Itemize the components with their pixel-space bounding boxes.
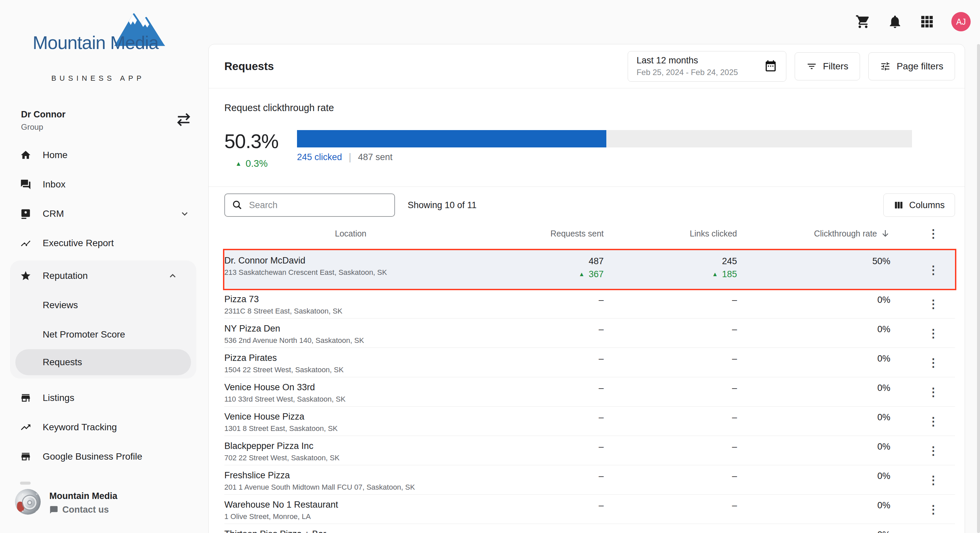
locations-table: Location Requests sent Links clicked Cli… <box>208 217 965 533</box>
cell-rate: 0% <box>737 289 890 318</box>
cell-sent: – <box>417 407 604 436</box>
location-name: Pizza 73 <box>224 294 417 305</box>
sidebar-item-keyword-tracking[interactable]: Keyword Tracking <box>0 413 208 442</box>
sidebar-item-crm[interactable]: CRM <box>0 199 208 228</box>
sidebar-item-net-promoter-score[interactable]: Net Promoter Score <box>10 320 196 349</box>
cell-rate: 0% <box>737 348 890 377</box>
sent-count-label: 487 sent <box>358 152 393 163</box>
delta-up-icon: ▲ <box>235 160 242 168</box>
table-row[interactable]: Pizza Pirates 1504 22 Street West, Saska… <box>224 348 955 377</box>
requests-sent-value: – <box>417 324 604 335</box>
row-menu-icon[interactable]: ⋮ <box>928 474 939 486</box>
date-range-value: Feb 25, 2024 - Feb 24, 2025 <box>637 68 738 77</box>
location-name: NY Pizza Den <box>224 324 417 334</box>
search-icon <box>232 199 243 211</box>
sidebar-nav: Home Inbox CRM Executive Report Reputati… <box>0 140 208 471</box>
star-icon <box>20 270 31 281</box>
columns-button[interactable]: Columns <box>883 193 955 217</box>
sidebar-item-google-business-profile[interactable]: Google Business Profile <box>0 442 208 471</box>
group-switcher: Dr Connor Group <box>21 109 192 132</box>
table-row[interactable]: Thirteen Pies Pizza + Bar – – 0% ⋮ <box>224 523 955 533</box>
clickthrough-rate-value: 0% <box>737 471 890 481</box>
clickthrough-rate-value: 0% <box>737 354 890 364</box>
cell-sent: – <box>417 348 604 377</box>
links-clicked-value: – <box>604 412 737 423</box>
table-row[interactable]: Venice House On 33rd 110 33rd Street Wes… <box>224 377 955 406</box>
column-header-location[interactable]: Location <box>224 229 417 238</box>
vertical-scrollbar[interactable] <box>977 44 980 533</box>
table-row[interactable]: Venice House Pizza 1301 8 Street East, S… <box>224 406 955 436</box>
user-avatar[interactable]: AJ <box>951 12 970 31</box>
switch-group-icon[interactable] <box>175 111 192 128</box>
sidebar-item-label: Google Business Profile <box>43 451 142 462</box>
row-menu-icon[interactable]: ⋮ <box>928 298 939 310</box>
table-row[interactable]: Dr. Connor McDavid 213 Saskatchewan Cres… <box>224 250 955 289</box>
contact-us-link[interactable]: Contact us <box>49 505 117 515</box>
row-menu-icon[interactable]: ⋮ <box>928 416 939 427</box>
table-row[interactable]: Freshslice Pizza 201 1 Avenue South Midt… <box>224 465 955 494</box>
sidebar-item-listings[interactable]: Listings <box>0 383 208 413</box>
table-row[interactable]: NY Pizza Den 536 2nd Avenue North 140, S… <box>224 318 955 348</box>
row-menu-icon[interactable]: ⋮ <box>928 504 939 515</box>
sidebar-item-requests[interactable]: Requests <box>15 349 191 375</box>
sidebar-item-reputation[interactable]: Reputation <box>10 261 196 290</box>
location-address: 702 22 Street West, Saskatoon, SK <box>224 453 417 462</box>
date-range-label: Last 12 months <box>637 55 738 66</box>
table-row[interactable]: Pizza 73 2311C 8 Street East, Saskatoon,… <box>224 289 955 318</box>
cell-rate: 0% <box>737 319 890 348</box>
clickthrough-rate-value: 0% <box>737 383 890 393</box>
row-menu-icon[interactable]: ⋮ <box>928 357 939 368</box>
cell-clicked: – <box>604 348 737 377</box>
sidebar-item-inbox[interactable]: Inbox <box>0 170 208 199</box>
calendar-icon <box>764 60 777 73</box>
date-range-picker[interactable]: Last 12 months Feb 25, 2024 - Feb 24, 20… <box>628 51 786 82</box>
cell-sent: – <box>417 465 604 494</box>
cell-sent: 487 ▲367 <box>417 251 604 289</box>
card-header: Requests Last 12 months Feb 25, 2024 - F… <box>208 45 965 88</box>
location-address: 2311C 8 Street East, Saskatoon, SK <box>224 307 417 316</box>
requests-sent-value: – <box>417 383 604 393</box>
legend-separator: | <box>348 152 352 163</box>
scrolled-item-indicator <box>20 482 31 485</box>
links-clicked-value: – <box>604 354 737 364</box>
requests-sent-value: – <box>417 442 604 452</box>
column-header-requests-sent[interactable]: Requests sent <box>417 229 604 238</box>
links-clicked-delta: ▲185 <box>604 269 737 279</box>
column-header-links-clicked[interactable]: Links clicked <box>604 229 737 238</box>
filters-button[interactable]: Filters <box>795 53 860 80</box>
cart-icon[interactable] <box>855 14 871 29</box>
requests-sent-value: – <box>417 471 604 481</box>
topbar: AJ <box>855 12 970 31</box>
chat-bubble-icon <box>49 505 58 514</box>
row-menu-icon[interactable]: ⋮ <box>928 445 939 456</box>
links-clicked-value: – <box>604 442 737 452</box>
page-filters-button[interactable]: Page filters <box>868 53 955 80</box>
links-clicked-value: 245 <box>604 256 737 266</box>
sidebar-item-label: Requests <box>43 357 82 367</box>
location-name: Blackpepper Pizza Inc <box>224 441 417 451</box>
row-menu-icon[interactable]: ⋮ <box>928 264 939 276</box>
table-row[interactable]: Blackpepper Pizza Inc 702 22 Street West… <box>224 436 955 465</box>
sidebar-item-home[interactable]: Home <box>0 140 208 170</box>
app: { "topbar": { "avatar_initials": "AJ" },… <box>0 0 980 533</box>
apps-grid-icon[interactable] <box>920 14 935 29</box>
clickthrough-rate-value: 0% <box>737 530 890 533</box>
cell-sent: – <box>417 524 604 533</box>
row-menu-icon[interactable]: ⋮ <box>928 386 939 397</box>
table-menu-icon[interactable]: ⋮ <box>928 228 939 239</box>
storefront-icon <box>20 451 31 462</box>
clicked-count-link[interactable]: 245 clicked <box>297 152 342 163</box>
location-name: Warehouse No 1 Restaurant <box>224 499 417 510</box>
sidebar-item-label: Reputation <box>43 271 88 281</box>
search-input[interactable] <box>249 200 388 211</box>
row-menu-icon[interactable]: ⋮ <box>928 327 939 339</box>
bell-icon[interactable] <box>887 14 903 29</box>
column-header-clickthrough-rate[interactable]: Clickthrough rate <box>737 228 890 238</box>
sidebar-item-label: Inbox <box>43 179 66 190</box>
cell-rate: 0% <box>737 436 890 465</box>
sidebar-item-executive-report[interactable]: Executive Report <box>0 228 208 258</box>
table-row[interactable]: Warehouse No 1 Restaurant 1 Olive Street… <box>224 494 955 523</box>
ctr-section-title: Request clickthrough rate <box>224 102 949 113</box>
sidebar-item-label: Net Promoter Score <box>43 329 125 340</box>
sidebar-item-reviews[interactable]: Reviews <box>10 290 196 320</box>
